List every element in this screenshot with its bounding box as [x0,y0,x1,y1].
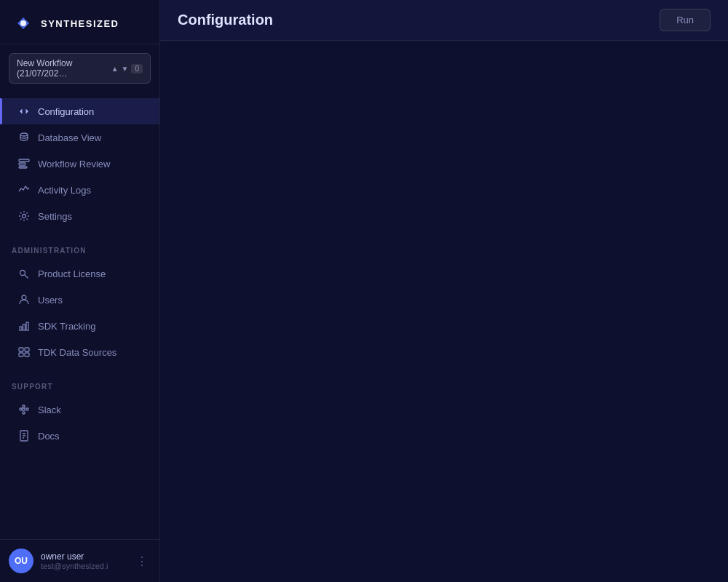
workflow-selector-controls: ▲ ▼ 0 [111,64,143,73]
sidebar-item-product-license[interactable]: Product License [0,260,159,287]
workflow-selector-label: New Workflow (21/07/202… [17,58,111,79]
sidebar-item-settings-label: Settings [38,211,72,222]
sidebar-item-slack-label: Slack [38,404,61,415]
sidebar-item-users-label: Users [38,295,63,306]
workflow-icon [17,157,31,170]
svg-rect-17 [26,408,28,410]
content-area [160,41,728,582]
svg-point-0 [20,20,26,26]
docs-icon [17,429,31,442]
svg-rect-13 [19,353,23,356]
chevron-down-icon: ▼ [122,65,129,73]
topbar: Configuration Run [160,0,728,41]
svg-rect-3 [19,163,25,165]
svg-point-7 [22,295,26,300]
administration-section: ADMINISTRATION Product License Users [0,235,159,371]
support-section: SUPPORT Slack Docs [0,371,159,455]
key-icon [17,267,31,280]
sidebar-header: SYNTHESIZED [0,0,159,44]
workflow-badge: 0 [131,64,143,73]
sidebar-item-settings[interactable]: Settings [0,203,159,229]
sidebar-item-docs-label: Docs [38,431,60,442]
support-section-title: SUPPORT [0,383,159,396]
user-name: owner user [41,551,126,562]
logo-icon [12,12,35,35]
sidebar-item-slack[interactable]: Slack [0,396,159,423]
main-content: Configuration Run [160,0,728,582]
chevron-up-icon: ▲ [111,65,119,73]
user-icon [17,293,31,306]
sidebar-item-database-view[interactable]: Database View [0,124,159,151]
svg-point-6 [20,271,25,276]
sidebar-item-tdk-data-sources[interactable]: TDK Data Sources [0,339,159,365]
chart-icon [17,319,31,332]
svg-point-1 [20,133,28,136]
page-title: Configuration [178,12,273,28]
svg-rect-16 [23,405,25,407]
slack-icon [17,403,31,416]
sidebar-item-users[interactable]: Users [0,287,159,313]
main-nav: Configuration Database View Workflow [0,92,159,235]
activity-icon [17,183,31,196]
settings-icon [17,210,31,223]
sidebar-item-docs[interactable]: Docs [0,423,159,449]
sidebar-item-sdk-tracking[interactable]: SDK Tracking [0,313,159,339]
user-info: owner user test@synthesized.i [41,551,126,570]
sidebar-item-workflow-review-label: Workflow Review [38,159,110,170]
svg-rect-14 [25,353,29,356]
sidebar-item-database-view-label: Database View [38,132,101,143]
avatar: OU [9,549,33,573]
user-email: test@synthesized.i [41,562,126,570]
datasource-icon [17,346,31,359]
sidebar-item-activity-logs[interactable]: Activity Logs [0,177,159,203]
more-options-icon[interactable]: ⋮ [133,553,151,570]
database-icon [17,131,31,144]
svg-point-5 [23,215,26,218]
sidebar-item-tdk-data-sources-label: TDK Data Sources [38,347,116,358]
workflow-selector[interactable]: New Workflow (21/07/202… ▲ ▼ 0 [9,53,151,84]
sidebar-item-product-license-label: Product License [38,268,106,279]
svg-rect-9 [23,324,25,330]
svg-rect-10 [26,322,28,330]
svg-rect-4 [19,167,27,168]
sidebar: SYNTHESIZED New Workflow (21/07/202… ▲ ▼… [0,0,160,582]
code-icon [17,105,31,118]
sidebar-item-configuration-label: Configuration [38,106,94,117]
run-button[interactable]: Run [660,9,711,31]
logo-text: SYNTHESIZED [41,18,119,29]
svg-rect-11 [19,348,23,351]
svg-rect-12 [25,348,29,351]
svg-rect-15 [20,408,22,410]
sidebar-item-sdk-tracking-label: SDK Tracking [38,321,95,332]
sidebar-footer: OU owner user test@synthesized.i ⋮ [0,539,159,582]
sidebar-item-configuration[interactable]: Configuration [0,98,159,124]
sidebar-item-workflow-review[interactable]: Workflow Review [0,151,159,177]
svg-rect-8 [20,327,22,330]
svg-rect-19 [23,408,25,410]
svg-rect-2 [19,159,29,162]
svg-rect-18 [23,412,25,414]
sidebar-item-activity-logs-label: Activity Logs [38,185,91,196]
administration-section-title: ADMINISTRATION [0,247,159,260]
